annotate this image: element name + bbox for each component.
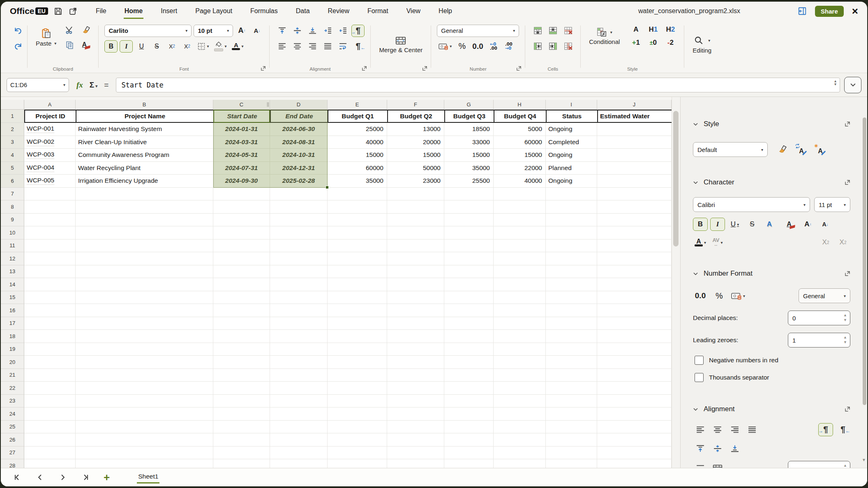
cell-B14[interactable] (76, 278, 213, 291)
row-header-24[interactable]: 24 (1, 407, 24, 421)
new-style-icon[interactable]: ✳A (813, 143, 828, 156)
cell-D9[interactable] (270, 214, 328, 227)
cell-F28[interactable] (387, 459, 444, 468)
increase-indent-icon[interactable] (321, 25, 334, 37)
delete-decimal-icon[interactable]: .00→0 (502, 40, 515, 53)
cell-A5[interactable]: WCP-004 (24, 162, 76, 175)
row-header-6[interactable]: 6 (1, 175, 24, 188)
merge-center-button[interactable]: Merge & Center (376, 36, 425, 53)
cell-B26[interactable] (76, 433, 213, 447)
autosum-icon[interactable]: Σ▾ (90, 81, 97, 90)
sidebar-align-center-icon[interactable] (710, 423, 725, 436)
cell-I15[interactable] (546, 291, 597, 304)
cell-G24[interactable] (444, 407, 494, 421)
shadow-button[interactable]: A (762, 218, 777, 231)
row-header-11[interactable]: 11 (1, 239, 24, 253)
sidebar-right-to-left-icon[interactable]: ¶← (836, 423, 850, 436)
cell-C2[interactable]: 2024-01-31 (213, 123, 270, 136)
formula-input[interactable]: Start Date ▲▼ (116, 78, 840, 92)
clone-formatting-icon[interactable] (79, 24, 92, 36)
row-header-19[interactable]: 19 (1, 343, 24, 356)
cell-I26[interactable] (546, 433, 597, 447)
row-header-28[interactable]: 28 (1, 459, 24, 468)
cell-F21[interactable] (387, 369, 444, 382)
cell-C27[interactable] (213, 447, 270, 460)
cell-F22[interactable] (387, 382, 444, 395)
thousands-separator-checkbox-box[interactable] (695, 373, 704, 382)
negative-red-checkbox-box[interactable] (695, 356, 704, 365)
font-size-combo[interactable]: 10 pt▾ (194, 25, 233, 37)
sidebar-font-color-icon[interactable]: A▾ (693, 236, 708, 249)
cell-E21[interactable] (328, 369, 387, 382)
expand-formula-bar-button[interactable] (844, 77, 861, 93)
sidebar-scrollbar[interactable]: ▼ (861, 97, 867, 468)
cell-H21[interactable] (494, 369, 546, 382)
clear-formatting-icon[interactable]: A (79, 39, 92, 51)
sidebar-align-left-icon[interactable] (693, 423, 708, 436)
cell-G10[interactable] (444, 226, 494, 239)
cell-F23[interactable] (387, 395, 444, 408)
style-section-header[interactable]: Style (693, 120, 850, 128)
cell-B2[interactable]: Rainwater Harvesting System (76, 123, 213, 136)
cell-B10[interactable] (76, 226, 213, 239)
insert-row-above-icon[interactable] (531, 25, 544, 37)
cell-F3[interactable]: 20000 (387, 136, 444, 149)
cell-A1[interactable]: Project ID (24, 110, 76, 123)
cell-C20[interactable] (213, 356, 270, 369)
underline-button[interactable]: U (135, 40, 148, 53)
cell-G23[interactable] (444, 395, 494, 408)
previous-sheet-icon[interactable] (35, 472, 45, 483)
cell-B6[interactable]: Irrigation Efficiency Upgrade (76, 175, 213, 188)
cell-J22[interactable] (597, 382, 672, 395)
cell-I2[interactable]: Ongoing (546, 123, 597, 136)
cell-E11[interactable] (328, 239, 387, 253)
cell-E24[interactable] (328, 407, 387, 421)
row-header-17[interactable]: 17 (1, 317, 24, 330)
cell-I13[interactable] (546, 265, 597, 279)
share-button[interactable]: Share (815, 6, 844, 17)
sidebar-font-size-combo[interactable]: 11 pt▾ (814, 197, 850, 212)
cell-H24[interactable] (494, 407, 546, 421)
cell-A18[interactable] (24, 330, 76, 343)
character-dialog-launcher[interactable] (845, 180, 850, 185)
cell-E15[interactable] (328, 291, 387, 304)
decrease-indent-icon[interactable] (336, 25, 349, 37)
cell-A4[interactable]: WCP-003 (24, 149, 76, 162)
row-header-20[interactable]: 20 (1, 356, 24, 369)
cell-J15[interactable] (597, 291, 672, 304)
sidebar-subscript-button[interactable]: X2 (836, 236, 850, 249)
cell-F2[interactable]: 13000 (387, 123, 444, 136)
borders-icon[interactable]: ▾ (196, 40, 210, 53)
cell-B20[interactable] (76, 356, 213, 369)
cell-E17[interactable] (328, 317, 387, 330)
number-format-section-header[interactable]: Number Format (693, 269, 850, 278)
cell-F13[interactable] (387, 265, 444, 279)
cell-H11[interactable] (494, 239, 546, 253)
cell-E1[interactable]: Budget Q1 (328, 110, 387, 123)
number-format-combo[interactable]: General▾ (437, 25, 519, 37)
redo-button[interactable] (12, 40, 25, 53)
cell-A22[interactable] (24, 382, 76, 395)
left-to-right-icon[interactable]: ¶→ (351, 25, 365, 37)
paste-button[interactable]: Paste▾ (33, 28, 59, 47)
merge-dialog-launcher[interactable] (422, 66, 427, 71)
row-header-22[interactable]: 22 (1, 382, 24, 395)
sidebar-scroll-down-icon[interactable]: ▼ (862, 458, 866, 462)
cell-H6[interactable]: 40000 (494, 175, 546, 188)
cell-E22[interactable] (328, 382, 387, 395)
decimal-format-icon[interactable]: 0.0 (471, 40, 485, 53)
cell-A27[interactable] (24, 447, 76, 460)
sidebar-scroll-thumb[interactable] (863, 117, 866, 405)
cell-F15[interactable] (387, 291, 444, 304)
cell-I10[interactable] (546, 226, 597, 239)
cell-B1[interactable]: Project Name (76, 110, 213, 123)
cell-E4[interactable]: 15000 (328, 149, 387, 162)
grow-font-icon[interactable]: A↑ (235, 25, 248, 37)
select-all-corner[interactable] (1, 100, 24, 110)
cell-H8[interactable] (494, 200, 546, 214)
cell-G12[interactable] (444, 252, 494, 265)
menu-item-help[interactable]: Help (438, 3, 453, 19)
cell-E12[interactable] (328, 252, 387, 265)
sidebar-align-bottom-icon[interactable] (727, 442, 742, 455)
cell-C8[interactable] (213, 200, 270, 214)
